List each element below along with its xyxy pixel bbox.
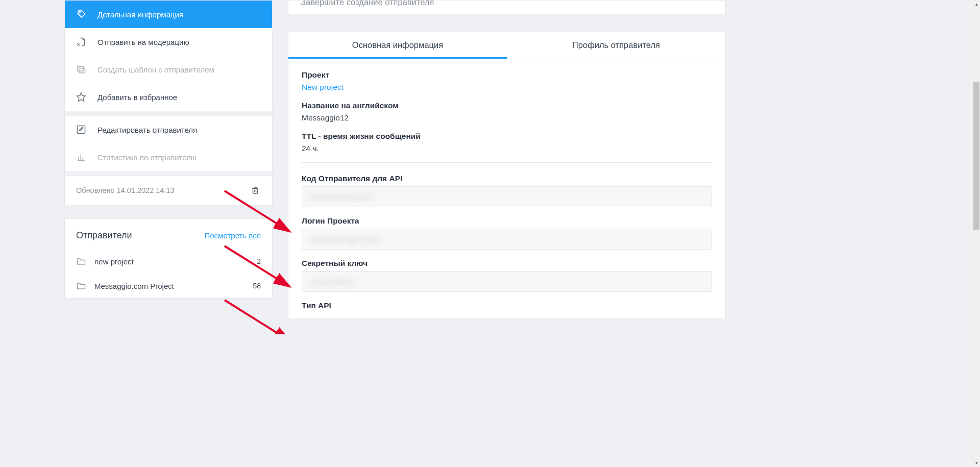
sidebar-item-create-template[interactable]: Создать шаблон с отправителем: [65, 56, 272, 83]
senders-title: Отправители: [76, 230, 132, 241]
edit-icon: [76, 125, 86, 135]
svg-rect-5: [253, 188, 258, 193]
login-label: Логин Проекта: [302, 216, 712, 226]
sender-row[interactable]: Messaggio.com Project 58: [65, 274, 272, 298]
chart-icon: [76, 152, 86, 162]
secret-value: obscuredKey: [310, 277, 355, 286]
svg-rect-1: [78, 66, 84, 71]
sidebar-item-label: Создать шаблон с отправителем: [97, 65, 214, 74]
ttl-label: TTL - время жизни сообщений: [302, 132, 712, 141]
api-type-label: Тип API: [302, 301, 712, 310]
sender-name: new project: [94, 257, 134, 266]
file-send-icon: [76, 37, 86, 47]
star-icon: [76, 92, 86, 102]
banner-text: Завершите создание отправителя: [288, 0, 446, 11]
api-code-label: Код Отправителя для API: [302, 174, 712, 183]
view-all-link[interactable]: Посмотреть все: [204, 231, 261, 240]
api-code-value: obscuredXXXXXX: [310, 192, 373, 201]
sidebar-item-details[interactable]: Детальная информация: [65, 1, 272, 28]
svg-point-0: [79, 12, 80, 13]
sidebar-item-label: Детальная информация: [97, 10, 183, 19]
actions-card: Детальная информация Отправить на модера…: [64, 0, 273, 205]
sender-row[interactable]: new project 2: [65, 249, 272, 274]
tags-icon: [76, 9, 86, 19]
sidebar-item-label: Редактировать отправителя: [97, 126, 197, 134]
sender-name: Messaggio.com Project: [94, 282, 174, 290]
svg-marker-3: [77, 93, 86, 102]
api-code-box[interactable]: obscuredXXXXXX: [302, 186, 712, 207]
updated-footer: Обновлено 14.01.2022 14:13: [65, 176, 272, 205]
sender-count: 58: [253, 282, 261, 290]
info-card: Основная информация Профиль отправителя …: [288, 32, 726, 319]
scroll-up-arrow[interactable]: ▴: [972, 0, 980, 8]
tab-sender-profile[interactable]: Профиль отправителя: [507, 32, 725, 59]
ttl-value: 24 ч.: [302, 144, 712, 153]
svg-rect-2: [79, 68, 85, 73]
complete-creation-banner: Завершите создание отправителя: [288, 0, 726, 14]
project-label: Проект: [302, 70, 712, 80]
folder-icon: [76, 256, 86, 266]
sidebar-item-label: Отправить на модерацию: [97, 38, 189, 46]
login-value: obscured-login-value: [310, 235, 381, 243]
template-icon: [76, 64, 86, 75]
sidebar-item-label: Статистика по отправителю: [97, 153, 197, 162]
scroll-thumb[interactable]: [973, 82, 979, 230]
sidebar-item-stats[interactable]: Статистика по отправителю: [65, 143, 272, 171]
tab-main-info[interactable]: Основная информация: [288, 32, 507, 59]
updated-label: Обновлено 14.01.2022 14:13: [76, 186, 175, 194]
secret-label: Секретный ключ: [302, 259, 712, 268]
name-en-value: Messaggio12: [302, 113, 712, 122]
sidebar-item-edit-sender[interactable]: Редактировать отправителя: [65, 116, 272, 143]
sender-count: 2: [257, 257, 261, 265]
senders-card: Отправители Посмотреть все new project 2…: [64, 218, 273, 299]
project-link[interactable]: New project: [302, 83, 712, 92]
vertical-scrollbar[interactable]: ▴ ▾: [972, 0, 980, 334]
folder-icon: [76, 281, 86, 291]
sidebar-item-favorite[interactable]: Добавить в избранное: [65, 83, 272, 111]
sidebar-item-label: Добавить в избранное: [97, 93, 177, 102]
login-box[interactable]: obscured-login-value: [302, 229, 712, 250]
delete-button[interactable]: [250, 185, 261, 196]
name-en-label: Название на английском: [302, 101, 712, 110]
sidebar-item-moderate[interactable]: Отправить на модерацию: [65, 28, 272, 56]
secret-box[interactable]: obscuredKey: [302, 271, 712, 292]
